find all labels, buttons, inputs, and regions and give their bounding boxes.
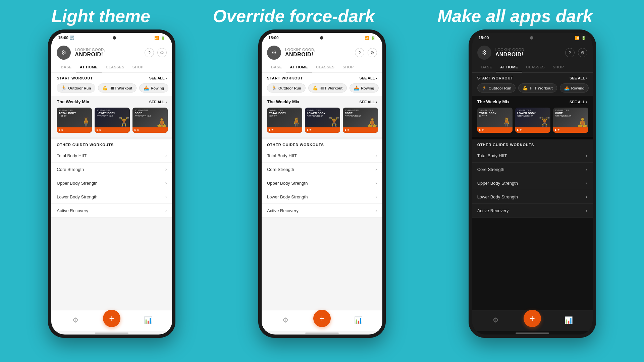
list-lower-label-dark: Lower Body Strength — [477, 194, 518, 199]
list-total-body-hiit-dark[interactable]: Total Body HIIT › — [472, 149, 593, 163]
chip-outdoor-run-dark[interactable]: 🏃 Outdoor Run — [477, 83, 516, 93]
list-upper-body-light[interactable]: Upper Body Strength › — [51, 176, 172, 190]
home-indicator-override — [305, 333, 339, 334]
chip-rowing-override[interactable]: 🚣 Rowing — [350, 83, 379, 93]
chip-rowing-dark[interactable]: 🚣 Rowing — [560, 83, 589, 93]
nav-tabs-override: BASE AT HOME CLASSES SHOP — [262, 62, 382, 73]
wifi-icon-light: 📶 — [154, 36, 159, 40]
chevron-total-override: › — [375, 153, 377, 158]
time-override: 15:00 — [268, 36, 279, 40]
card-core-light[interactable]: 15 MINUTES CORE STRENGTH 06 🧘 ▶ ★ — [132, 108, 168, 133]
card-lower-title-override: LOWER BODY — [307, 112, 338, 115]
tab-home-light[interactable]: AT HOME — [76, 62, 102, 72]
start-workout-title-override: START WORKOUT — [267, 76, 303, 80]
chevron-core-dark: › — [586, 167, 587, 172]
card-core-dark[interactable]: 15 MINUTES CORE STRENGTH 06 🧘 ▶ ★ — [553, 108, 588, 133]
card-total-body-light[interactable]: 20 MINUTES TOTAL BODY HIIT 17 🧍 ▶ ★ — [57, 108, 92, 133]
camera-dot-override — [320, 36, 323, 40]
chip-hiit-light[interactable]: 💪 HIIT Workout — [98, 83, 137, 93]
card-core-bar: ▶ ★ — [132, 127, 168, 133]
list-total-body-hiit-light[interactable]: Total Body HIIT › — [51, 149, 172, 163]
card-total-figure: 🧍 — [80, 116, 92, 127]
tab-classes-override[interactable]: CLASSES — [312, 62, 338, 72]
tab-base-light[interactable]: BASE — [57, 62, 76, 72]
list-core-strength-override[interactable]: Core Strength › — [262, 163, 382, 176]
chip-rowing-light[interactable]: 🚣 Rowing — [139, 83, 168, 93]
settings-icon-override[interactable]: ⚙ — [368, 48, 377, 57]
card-core-title-override: CORE — [345, 112, 376, 115]
see-all-light[interactable]: SEE ALL › — [149, 76, 167, 80]
help-icon-light[interactable]: ? — [145, 48, 154, 57]
list-core-strength-light[interactable]: Core Strength › — [51, 163, 172, 176]
card-lower-title: LOWER BODY — [97, 112, 128, 115]
tab-classes-dark[interactable]: CLASSES — [522, 62, 549, 72]
chip-rowing-label-light: Rowing — [151, 86, 164, 90]
chip-hiit-dark[interactable]: 💪 HIIT Workout — [518, 83, 557, 93]
card-lower-title-dark: LOWER BODY — [517, 112, 548, 115]
card-lower-figure-override: 🏋 — [328, 116, 340, 127]
list-total-label-dark: Total Body HIIT — [477, 153, 507, 158]
list-active-recovery-light[interactable]: Active Recovery › — [51, 204, 172, 218]
weekly-see-all-light[interactable]: SEE ALL › — [149, 100, 167, 104]
card-total-body-dark[interactable]: 20 MINUTES TOTAL BODY HIIT 17 🧍 ▶ ★ — [477, 108, 513, 133]
tab-home-override[interactable]: AT HOME — [286, 62, 312, 72]
help-icon-dark[interactable]: ? — [565, 48, 575, 57]
nav-stats-icon-light[interactable]: 📊 — [142, 313, 155, 327]
list-lower-body-dark[interactable]: Lower Body Strength › — [472, 190, 593, 204]
status-icons-dark: 📶 🔋 — [575, 36, 586, 40]
guided-header-light: OTHER GUIDED WORKOUTS — [51, 139, 172, 149]
card-lower-body-override[interactable]: 25 MINUTES LOWER BODY STRENGTH 05 🏋 ▶ ★ — [305, 108, 340, 133]
app-logo-dark: ⚙ — [477, 46, 491, 60]
tab-shop-dark[interactable]: SHOP — [549, 62, 568, 72]
tab-shop-override[interactable]: SHOP — [338, 62, 358, 72]
fab-override[interactable]: + — [313, 310, 331, 327]
fab-light[interactable]: + — [103, 310, 120, 327]
list-active-recovery-dark[interactable]: Active Recovery › — [472, 204, 593, 218]
help-icon-override[interactable]: ? — [355, 48, 364, 57]
list-upper-body-override[interactable]: Upper Body Strength › — [262, 176, 382, 190]
tab-classes-light[interactable]: CLASSES — [102, 62, 128, 72]
card-total-body-override[interactable]: 20 MINUTES TOTAL BODY HIIT 17 🧍 ▶ ★ — [267, 108, 302, 133]
see-all-override[interactable]: SEE ALL › — [359, 76, 377, 80]
settings-icon-light[interactable]: ⚙ — [157, 48, 167, 57]
chip-outdoor-run-override[interactable]: 🏃 Outdoor Run — [267, 83, 306, 93]
fab-dark[interactable]: + — [524, 310, 541, 327]
chevron-active-light: › — [165, 208, 167, 213]
app-header-dark: ⚙ LOOKIN' GOOD, ANDROID! ? ⚙ — [472, 42, 593, 62]
weekly-see-all-dark[interactable]: SEE ALL › — [570, 100, 587, 104]
nav-stats-icon-override[interactable]: 📊 — [352, 313, 365, 327]
list-active-label-light: Active Recovery — [57, 208, 88, 213]
list-lower-body-light[interactable]: Lower Body Strength › — [51, 190, 172, 204]
hiit-icon-light: 💪 — [102, 85, 108, 90]
card-core-override[interactable]: 15 MINUTES CORE STRENGTH 06 🧘 ▶ ★ — [343, 108, 378, 133]
tab-base-override[interactable]: BASE — [267, 62, 286, 72]
chip-hiit-override[interactable]: 💪 HIIT Workout — [308, 83, 347, 93]
settings-icon-dark[interactable]: ⚙ — [578, 48, 587, 57]
chip-outdoor-run-light[interactable]: 🏃 Outdoor Run — [57, 83, 95, 93]
rowing-icon-dark: 🚣 — [564, 85, 570, 90]
card-lower-body-dark[interactable]: 25 MINUTES LOWER BODY STRENGTH 05 🏋 ▶ ★ — [515, 108, 550, 133]
rowing-icon-override: 🚣 — [354, 85, 359, 90]
card-lower-body-light[interactable]: 25 MINUTES LOWER BODY STRENGTH 05 🏋 ▶ ★ — [95, 108, 130, 133]
see-all-dark[interactable]: SEE ALL › — [570, 76, 587, 80]
tab-base-dark[interactable]: BASE — [477, 62, 496, 72]
nav-home-icon-dark[interactable]: ⚙ — [489, 313, 502, 327]
nav-home-icon-override[interactable]: ⚙ — [279, 313, 292, 327]
weekly-see-all-override[interactable]: SEE ALL › — [359, 100, 377, 104]
card-core-figure: 🧘 — [156, 116, 168, 127]
card-total-bar-dark: ▶ ★ — [477, 127, 513, 133]
tab-home-dark[interactable]: AT HOME — [496, 62, 522, 72]
nav-stats-icon-dark[interactable]: 📊 — [562, 313, 575, 327]
chevron-core-light: › — [165, 167, 167, 172]
card-core-figure-dark: 🧘 — [577, 116, 588, 127]
cards-row-override: 20 MINUTES TOTAL BODY HIIT 17 🧍 ▶ ★ 25 M… — [262, 106, 382, 137]
list-core-strength-dark[interactable]: Core Strength › — [472, 163, 593, 176]
list-total-body-hiit-override[interactable]: Total Body HIIT › — [262, 149, 382, 163]
list-upper-body-dark[interactable]: Upper Body Strength › — [472, 176, 593, 190]
list-active-recovery-override[interactable]: Active Recovery › — [262, 204, 382, 218]
weekly-mix-header-override: The Weekly Mix SEE ALL › — [262, 96, 382, 106]
tab-shop-light[interactable]: SHOP — [128, 62, 148, 72]
nav-home-icon-light[interactable]: ⚙ — [69, 313, 82, 327]
list-lower-body-override[interactable]: Lower Body Strength › — [262, 190, 382, 204]
list-lower-label-light: Lower Body Strength — [57, 194, 97, 199]
